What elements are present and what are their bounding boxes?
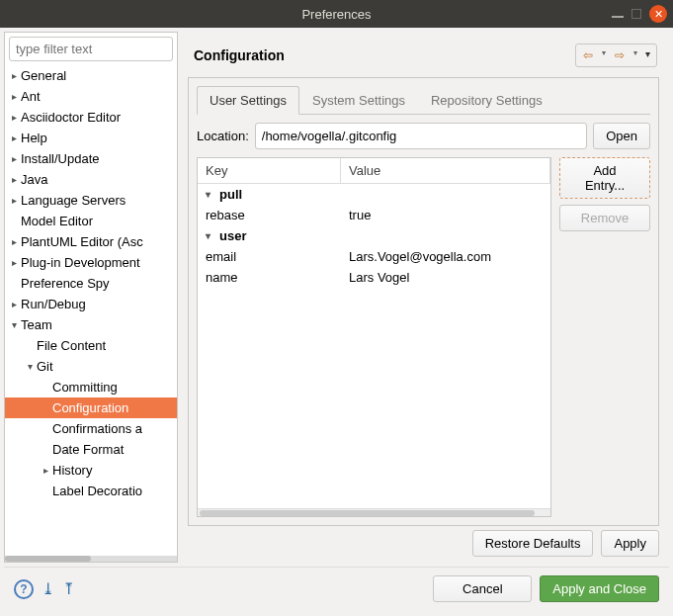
page-menu-icon[interactable]: ▾ (643, 46, 652, 64)
dialog-footer: ? ⤓ ⤒ Cancel Apply and Close (4, 567, 669, 612)
back-menu-icon[interactable]: ▾ (600, 46, 608, 64)
chevron-down-icon: ▾ (206, 189, 219, 200)
tree-item-committing[interactable]: Committing (5, 377, 177, 397)
horizontal-scrollbar[interactable] (198, 508, 550, 516)
tree-item-team[interactable]: ▾Team (5, 314, 177, 335)
cancel-button[interactable]: Cancel (433, 575, 532, 602)
location-input[interactable] (255, 123, 587, 149)
chevron-right-icon: ▸ (7, 195, 21, 206)
tree-item-history[interactable]: ▸History (5, 460, 177, 481)
table-row[interactable]: rebasetrue (198, 205, 550, 225)
close-button[interactable]: ✕ (649, 5, 667, 23)
tree-item-configuration[interactable]: Configuration (5, 397, 177, 418)
entry-buttons: Add Entry... Remove (559, 157, 650, 517)
chevron-right-icon: ▸ (7, 91, 21, 102)
apply-button[interactable]: Apply (601, 530, 659, 557)
chevron-right-icon: ▸ (7, 236, 21, 247)
tree-item-run-debug[interactable]: ▸Run/Debug (5, 294, 177, 314)
import-icon[interactable]: ⤓ (42, 579, 54, 598)
export-icon[interactable]: ⤒ (62, 579, 75, 598)
chevron-right-icon: ▸ (7, 132, 21, 143)
window-controls: ✕ (612, 5, 667, 23)
page-buttons: Restore Defaults Apply (188, 526, 659, 557)
tree-item-git[interactable]: ▾Git (5, 356, 177, 377)
page-title: Configuration (194, 47, 285, 63)
page-header: Configuration ⇦ ▾ ⇨ ▾ ▾ (188, 38, 659, 77)
split-pane: ▸General ▸Ant ▸Asciidoctor Editor ▸Help … (4, 32, 669, 563)
location-label: Location: (197, 129, 249, 143)
content: ▸General ▸Ant ▸Asciidoctor Editor ▸Help … (0, 28, 673, 616)
chevron-right-icon: ▸ (39, 465, 52, 476)
forward-icon[interactable]: ⇨ (612, 46, 628, 64)
tree-item-file-content[interactable]: File Content (5, 335, 177, 356)
chevron-right-icon: ▸ (7, 174, 21, 185)
tree-item-plantuml[interactable]: ▸PlantUML Editor (Asc (5, 231, 177, 252)
tabs: User Settings System Settings Repository… (197, 86, 650, 115)
chevron-down-icon: ▾ (7, 319, 21, 330)
table-area: Key Value ▾pull rebasetrue ▾user emailLa… (197, 157, 650, 517)
tree-item-preference-spy[interactable]: Preference Spy (5, 273, 177, 294)
tree-item-plugin-dev[interactable]: ▸Plug-in Development (5, 252, 177, 273)
tree-item-help[interactable]: ▸Help (5, 128, 177, 148)
tree-item-asciidoctor[interactable]: ▸Asciidoctor Editor (5, 107, 177, 128)
chevron-right-icon: ▸ (7, 153, 21, 164)
tree-item-install-update[interactable]: ▸Install/Update (5, 148, 177, 169)
help-icon[interactable]: ? (14, 579, 34, 599)
column-key[interactable]: Key (198, 158, 341, 183)
footer-icons: ? ⤓ ⤒ (14, 579, 75, 599)
apply-and-close-button[interactable]: Apply and Close (540, 575, 659, 602)
add-entry-button[interactable]: Add Entry... (559, 157, 650, 199)
maximize-button[interactable] (631, 9, 641, 19)
tree-item-general[interactable]: ▸General (5, 65, 177, 86)
table-row[interactable]: ▾user (198, 225, 550, 246)
tree-item-language-servers[interactable]: ▸Language Servers (5, 190, 177, 211)
remove-button: Remove (559, 205, 650, 231)
forward-menu-icon[interactable]: ▾ (631, 46, 639, 64)
chevron-down-icon: ▾ (206, 230, 219, 241)
column-value[interactable]: Value (341, 158, 550, 183)
open-button[interactable]: Open (593, 123, 650, 149)
tree-item-java[interactable]: ▸Java (5, 169, 177, 190)
table-row[interactable]: ▾pull (198, 184, 550, 205)
titlebar: Preferences ✕ (0, 0, 673, 28)
config-table: Key Value ▾pull rebasetrue ▾user emailLa… (197, 157, 551, 517)
tab-system-settings[interactable]: System Settings (299, 86, 418, 114)
main-panel: Configuration ⇦ ▾ ⇨ ▾ ▾ User Settings Sy… (178, 32, 669, 563)
chevron-right-icon: ▸ (7, 70, 21, 81)
tree-item-ant[interactable]: ▸Ant (5, 86, 177, 107)
preference-tree[interactable]: ▸General ▸Ant ▸Asciidoctor Editor ▸Help … (5, 65, 177, 556)
footer-buttons: Cancel Apply and Close (433, 575, 659, 602)
table-header: Key Value (198, 158, 550, 184)
tree-item-model-editor[interactable]: Model Editor (5, 211, 177, 231)
chevron-down-icon: ▾ (23, 361, 37, 372)
table-body[interactable]: ▾pull rebasetrue ▾user emailLars.Vogel@v… (198, 184, 550, 508)
tab-repository-settings[interactable]: Repository Settings (418, 86, 555, 114)
sidebar: ▸General ▸Ant ▸Asciidoctor Editor ▸Help … (4, 32, 178, 563)
tab-user-settings[interactable]: User Settings (197, 86, 299, 115)
tree-item-confirmations[interactable]: Confirmations a (5, 418, 177, 439)
chevron-right-icon: ▸ (7, 257, 21, 268)
configuration-panel: User Settings System Settings Repository… (188, 77, 659, 526)
minimize-button[interactable] (612, 10, 624, 18)
window-title: Preferences (301, 7, 371, 22)
back-icon[interactable]: ⇦ (580, 46, 596, 64)
location-row: Location: Open (197, 123, 650, 149)
table-row[interactable]: emailLars.Vogel@vogella.com (198, 246, 550, 267)
chevron-right-icon: ▸ (7, 112, 21, 123)
table-row[interactable]: nameLars Vogel (198, 267, 550, 288)
restore-defaults-button[interactable]: Restore Defaults (472, 530, 594, 557)
filter-input[interactable] (9, 37, 173, 61)
horizontal-scrollbar[interactable] (5, 556, 177, 562)
tree-item-date-format[interactable]: Date Format (5, 439, 177, 460)
page-nav: ⇦ ▾ ⇨ ▾ ▾ (575, 44, 657, 67)
chevron-right-icon: ▸ (7, 299, 21, 309)
tree-item-label-decorations[interactable]: Label Decoratio (5, 481, 177, 501)
